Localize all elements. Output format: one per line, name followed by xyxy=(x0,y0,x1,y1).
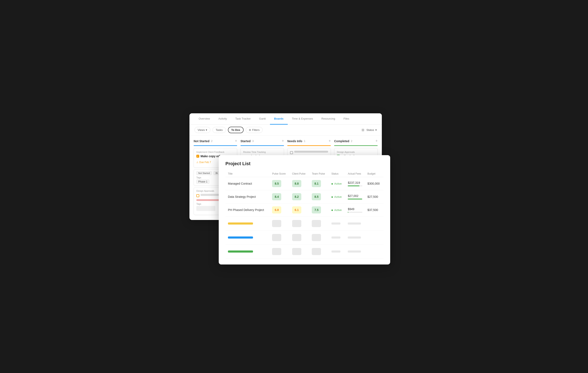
filters-button[interactable]: ⚙ Filters xyxy=(246,127,263,133)
score-badge-ph-client: 6.1 xyxy=(292,206,301,213)
tab-gantt[interactable]: Gantt xyxy=(255,113,270,124)
cell-title-managed: Managed Contract xyxy=(225,177,270,190)
cell-status-ph-phased: Active xyxy=(329,203,346,217)
task-due-make-copy-edits: ⚠ Due Feb 7 xyxy=(196,161,211,164)
add-card-not-started[interactable]: + xyxy=(235,139,237,143)
table-row-ph-phased: PH Phased Delivery Project 6.8 6.1 7.5 A… xyxy=(225,203,384,217)
cell-client-pulse-data-strategy: 8.2 xyxy=(290,190,309,203)
phase-tag: Phase 1 xyxy=(196,180,209,184)
budget-bar-wrap-ds xyxy=(348,199,362,199)
blue-bar xyxy=(228,237,253,238)
placeholder-badge-1a xyxy=(272,220,281,227)
column-bar-started xyxy=(241,145,284,146)
status-dot-ph xyxy=(331,209,333,211)
todos-button[interactable]: To Dos xyxy=(228,127,244,133)
score-badge-ds-team: 8.5 xyxy=(312,193,321,200)
status-tag-not-started: Not Started xyxy=(196,171,212,175)
cell-pulse-ph-phased: 6.8 xyxy=(270,203,289,217)
cell-budget-managed: $300,000 xyxy=(365,177,384,190)
project-panel: Project List Title Pulse Score Client Pu… xyxy=(219,155,390,264)
column-bar-completed xyxy=(334,145,378,146)
group-icon[interactable]: ⊞ xyxy=(362,128,364,132)
cell-pulse-managed: 8.5 xyxy=(270,177,289,190)
chevron-down-icon-status: ▾ xyxy=(375,128,377,132)
placeholder-badge-1b xyxy=(292,220,301,227)
score-badge-ds-pulse: 8.4 xyxy=(272,193,281,200)
col-header-title: Title xyxy=(225,171,270,177)
design-approvals-checkbox xyxy=(196,194,199,197)
budget-bar-ds xyxy=(348,199,362,199)
project-list-title: Project List xyxy=(225,161,384,166)
score-badge-ph-team: 7.5 xyxy=(312,206,321,213)
placeholder-badge-1c xyxy=(312,220,321,227)
tab-time-expenses[interactable]: Time & Expenses xyxy=(288,113,317,124)
score-badge-ds-client: 8.2 xyxy=(292,193,301,200)
column-header-not-started: Not Started 2 + xyxy=(194,139,237,143)
col-header-status: Status xyxy=(329,171,346,177)
chevron-down-icon: ▾ xyxy=(206,128,207,132)
cell-team-pulse-data-strategy: 8.5 xyxy=(309,190,329,203)
col-header-budget: Budget xyxy=(365,171,384,177)
placeholder-title-3 xyxy=(225,245,270,259)
placeholder-badge-3c xyxy=(312,248,321,255)
placeholder-badge-3b xyxy=(292,248,301,255)
filter-icon: ⚙ xyxy=(249,129,251,132)
tab-files[interactable]: Files xyxy=(339,113,353,124)
cell-status-managed: Active xyxy=(329,177,346,190)
cell-fees-ph-phased: $949 xyxy=(345,203,365,217)
add-card-needs-info[interactable]: + xyxy=(328,139,331,143)
tab-overview[interactable]: Overview xyxy=(194,113,214,124)
tab-activity[interactable]: Activity xyxy=(214,113,231,124)
placeholder-status-3 xyxy=(331,250,341,253)
budget-bar-wrap-ph xyxy=(348,212,362,213)
tab-task-tracker[interactable]: Task Tracker xyxy=(231,113,255,124)
nav-tabs: Overview Activity Task Tracker Gantt Boa… xyxy=(189,113,382,124)
placeholder-title-1 xyxy=(225,217,270,231)
column-header-needs-info: Needs Info 1 + xyxy=(287,139,331,143)
tab-resourcing[interactable]: Resourcing xyxy=(317,113,339,124)
checkbox-icon: ✓ xyxy=(196,155,199,158)
cell-title-ph-phased: PH Phased Delivery Project xyxy=(225,203,270,217)
cell-title-data-strategy: Data Strategy Project xyxy=(225,190,270,203)
status-active-managed: Active xyxy=(331,182,342,185)
cell-team-pulse-ph-phased: 7.5 xyxy=(309,203,329,217)
project-table: Title Pulse Score Client Pulse Team Puls… xyxy=(225,171,384,259)
score-badge-managed-pulse: 8.5 xyxy=(272,180,281,187)
column-title-needs-info: Needs Info 1 xyxy=(287,139,305,143)
score-badge-ph-pulse: 6.8 xyxy=(272,206,281,213)
cell-client-pulse-ph-phased: 6.1 xyxy=(290,203,309,217)
column-title-started: Started 3 xyxy=(241,139,254,143)
column-header-completed: Completed 2 + xyxy=(334,139,378,143)
col-header-actual-fees: Actual Fees xyxy=(345,171,365,177)
status-select[interactable]: Status ▾ xyxy=(366,128,377,132)
cell-team-pulse-managed: 8.1 xyxy=(309,177,329,190)
cell-status-data-strategy: Active xyxy=(329,190,346,203)
score-badge-managed-client: 8.8 xyxy=(292,180,301,187)
column-bar-not-started xyxy=(194,145,237,146)
add-card-completed[interactable]: + xyxy=(375,139,378,143)
column-header-started: Started 3 + xyxy=(241,139,284,143)
cell-budget-ph-phased: $37,500 xyxy=(365,203,384,217)
placeholder-title-2 xyxy=(225,231,270,245)
toolbar: Views ▾ Tasks To Dos ⚙ Filters ⊞ Status … xyxy=(189,124,382,135)
placeholder-badge-3a xyxy=(272,248,281,255)
tab-boards[interactable]: Boards xyxy=(270,113,288,124)
status-active-ph: Active xyxy=(331,208,342,212)
col-header-pulse: Pulse Score xyxy=(270,171,289,177)
status-dot-ds xyxy=(331,196,333,198)
cell-pulse-data-strategy: 8.4 xyxy=(270,190,289,203)
placeholder-badge-2b xyxy=(292,234,301,241)
views-button[interactable]: Views ▾ xyxy=(194,127,210,133)
green-bar xyxy=(228,250,253,253)
budget-bar-wrap-managed xyxy=(348,186,362,186)
tasks-button[interactable]: Tasks xyxy=(212,127,226,133)
toolbar-right: ⊞ Status ▾ xyxy=(362,128,377,132)
cell-budget-data-strategy: $27,500 xyxy=(365,190,384,203)
add-card-started[interactable]: + xyxy=(282,139,284,143)
status-active-ds: Active xyxy=(331,195,342,198)
placeholder-fees-1 xyxy=(348,222,361,225)
column-title-completed: Completed 2 xyxy=(334,139,352,143)
column-title-not-started: Not Started 2 xyxy=(194,139,212,143)
checkbox-needs-info xyxy=(290,151,293,154)
table-row-data-strategy: Data Strategy Project 8.4 8.2 8.5 Active xyxy=(225,190,384,203)
